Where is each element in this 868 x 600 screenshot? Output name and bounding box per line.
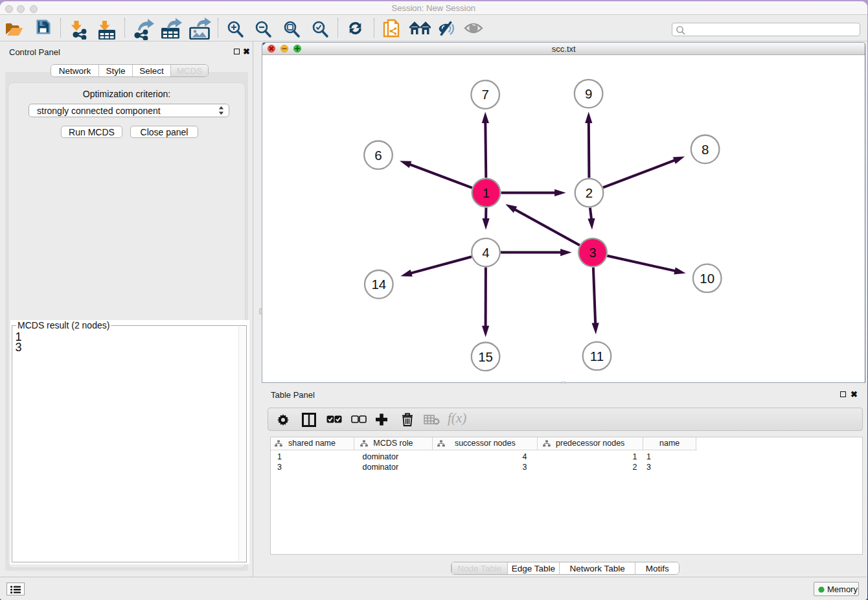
- svg-text:3: 3: [589, 245, 596, 260]
- svg-text:8: 8: [702, 142, 709, 157]
- svg-text:4: 4: [482, 245, 489, 260]
- svg-text:9: 9: [585, 86, 592, 101]
- svg-text:10: 10: [700, 271, 714, 286]
- svg-text:11: 11: [590, 349, 604, 363]
- svg-text:6: 6: [374, 148, 382, 163]
- svg-text:15: 15: [478, 349, 493, 364]
- svg-text:1: 1: [483, 185, 490, 200]
- svg-text:14: 14: [371, 277, 386, 292]
- svg-text:2: 2: [586, 185, 593, 200]
- svg-text:7: 7: [482, 87, 489, 102]
